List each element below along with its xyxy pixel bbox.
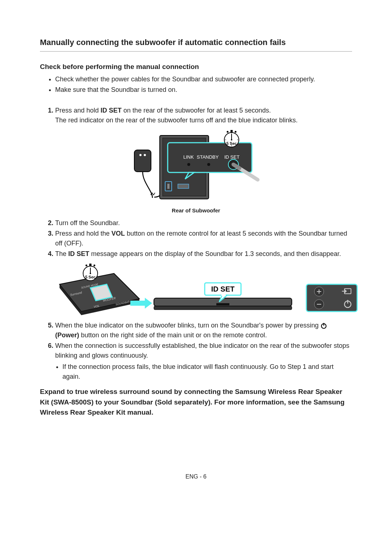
check-heading: Check before performing the manual conne… [40,62,352,72]
svg-text:5 Sec: 5 Sec [85,275,96,279]
svg-text:ID SET: ID SET [211,285,234,293]
svg-text:ID SET: ID SET [224,154,240,160]
svg-point-40 [90,273,91,274]
svg-rect-44 [154,306,292,310]
step-6-sub: If the connection process fails, the blu… [62,362,352,382]
svg-rect-45 [216,303,229,305]
svg-text:LINK: LINK [183,154,194,160]
svg-point-17 [227,131,229,133]
steps-list: Press and hold ID SET on the rear of the… [40,106,352,125]
svg-point-38 [94,265,95,267]
svg-point-13 [207,163,210,166]
step-3: Press and hold the VOL button on the rem… [55,229,352,248]
svg-rect-36 [89,264,91,266]
figure-rear-subwoofer: LINK STANDBY ID SET 5 Sec Rear of Subwoo… [40,129,352,215]
svg-point-12 [187,163,190,166]
svg-rect-6 [167,184,170,189]
check-bullet: Check whether the power cables for the S… [55,74,352,84]
closing-note: Expand to true wireless surround sound b… [40,387,352,418]
section-title: Manually connecting the subwoofer if aut… [40,36,352,52]
check-bullet: Make sure that the Soundbar is turned on… [55,85,352,95]
figure-idset-soundbar: Surround SOUND MODE WOOFER VOL SOUNDBAR … [49,263,352,317]
steps-list-cont2: When the blue indicator on the subwoofer… [40,321,352,382]
svg-rect-16 [230,130,233,133]
check-bullets: Check whether the power cables for the S… [40,74,352,95]
figure-caption: Rear of Subwoofer [40,207,352,215]
step-4: The ID SET message appears on the displa… [55,249,352,259]
step-1: Press and hold ID SET on the rear of the… [55,106,352,125]
steps-list-cont: Turn off the Soundbar. Press and hold th… [40,218,352,259]
step-5: When the blue indicator on the subwoofer… [55,321,352,340]
svg-point-1 [139,154,142,156]
svg-text:5 Sec: 5 Sec [226,141,237,146]
svg-rect-0 [134,150,151,172]
svg-rect-7 [178,184,189,188]
step-2: Turn off the Soundbar. [55,218,352,228]
svg-text:STANDBY: STANDBY [197,154,219,160]
power-icon [320,322,327,329]
step-6: When the connection is successfully esta… [55,341,352,382]
svg-point-2 [144,154,146,156]
page-footer: ENG - 6 [40,472,352,481]
svg-point-20 [231,139,232,141]
svg-point-18 [235,131,237,133]
svg-point-37 [86,265,87,267]
